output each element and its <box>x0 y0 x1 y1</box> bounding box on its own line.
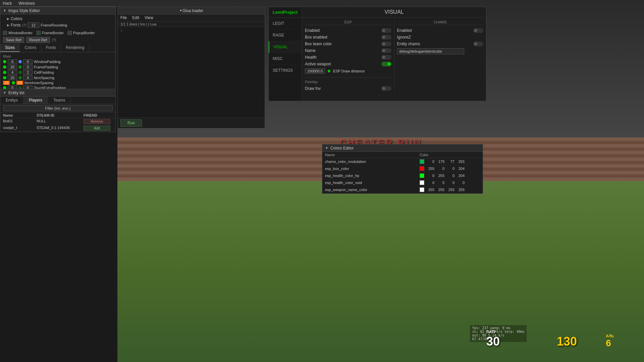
row2-add-button[interactable]: Add <box>84 126 110 131</box>
esp-enabled-label: Enabled <box>305 28 379 33</box>
colors-item[interactable]: Colors <box>11 16 22 21</box>
row1-remove-button[interactable]: Remove <box>84 119 110 124</box>
nav-misc[interactable]: MISC <box>269 53 302 65</box>
color-values-4: 0 0 0 0 <box>420 180 480 185</box>
esp-box-team-toggle[interactable] <box>381 42 391 46</box>
item-inner-x-highlight[interactable]: 10 <box>3 81 10 85</box>
filter-row: Filter (inc.-exc.) <box>0 104 115 113</box>
item-spacing-x[interactable] <box>8 75 17 80</box>
item-spacing-y[interactable] <box>23 75 33 80</box>
tab-entitys[interactable]: Entitys <box>0 97 23 104</box>
esp-health-row: Health <box>305 54 391 61</box>
color-name-2: esp_box_color <box>325 167 420 171</box>
glua-status-bar: 1/1 1 lines | Ins | | Lua <box>118 21 265 27</box>
run-button[interactable]: Run <box>120 119 142 127</box>
draw-fov-toggle[interactable] <box>381 86 391 91</box>
color-row-4: esp_health_color_void 0 0 0 0 <box>322 179 483 186</box>
main-section-label: Main <box>3 54 113 59</box>
esp-name-toggle[interactable] <box>381 48 391 53</box>
color-swatch-4[interactable] <box>420 180 424 185</box>
item-spacing-label: ItemSpacing <box>34 76 113 80</box>
imgui-arrow-icon[interactable]: ▼ <box>3 9 6 12</box>
color-swatch-2[interactable] <box>420 166 424 171</box>
nav-settings[interactable]: SETTINGS <box>269 65 302 76</box>
hp-hud: ПАТР 30 <box>486 330 500 349</box>
window-padding-y[interactable] <box>23 59 33 64</box>
glua-view-menu[interactable]: View <box>145 15 153 20</box>
save-ref-button[interactable]: Save Ref <box>3 37 24 43</box>
glua-arrow-icon[interactable]: ▼ <box>179 9 182 12</box>
entity-table-header: Name STEAM-ID FRIEND <box>0 113 115 118</box>
sizes-tabs: Sizes Colors Fonts Rendering <box>0 44 115 52</box>
frame-padding-y[interactable] <box>23 65 33 69</box>
window-border-checkbox[interactable] <box>3 31 7 35</box>
chams-entity-toggle[interactable] <box>473 42 483 46</box>
esp-enabled-toggle[interactable] <box>381 28 391 33</box>
cell-padding-label: CellPadding <box>34 70 113 74</box>
tab-teams[interactable]: Teams <box>48 97 71 104</box>
glua-file-menu[interactable]: File <box>120 15 127 20</box>
tab-rendering[interactable]: Rendering <box>61 44 89 52</box>
esp-distance-row: 100000.0 ESP Draw distance <box>305 67 391 75</box>
tab-sizes[interactable]: Sizes <box>0 44 20 52</box>
glua-editor[interactable]: 1 <box>118 27 265 118</box>
colors-row: ▶ Colors <box>7 16 113 22</box>
frame-border-checkbox[interactable] <box>37 31 41 35</box>
visual-title: VISUAL <box>302 7 486 17</box>
nav-legit[interactable]: LEGIT <box>269 18 302 29</box>
menu-hack[interactable]: Hack <box>3 1 12 6</box>
fonts-arrow-icon: ▶ <box>7 23 9 27</box>
dot-green-3b <box>18 71 22 74</box>
revert-ref-button[interactable]: Revert Ref <box>26 37 50 43</box>
color-row-1: chams_color_modulation 0 179 77 255 <box>322 158 483 165</box>
glua-run-row: Run <box>118 118 265 128</box>
glua-edit-menu[interactable]: Edit <box>132 15 139 20</box>
esp-weapon-toggle[interactable] <box>381 62 391 66</box>
item-inner-y-highlight[interactable]: 10 <box>16 81 23 85</box>
filter-button[interactable]: Filter (inc.-exc.) <box>3 105 113 111</box>
color-swatch-3[interactable] <box>420 173 424 178</box>
esp-box-enabled-toggle[interactable] <box>381 35 391 40</box>
chams-enabled-row: Enabled <box>397 27 484 34</box>
dot-green-1 <box>3 60 6 63</box>
popup-border-checkbox[interactable] <box>68 31 72 35</box>
color-values-3: 0 255 0 204 <box>420 173 480 178</box>
entity-tabs: Entitys Players Teams <box>0 97 115 104</box>
chams-column: CHAMS Enabled IgnoreZ Entity chams <box>394 20 484 92</box>
chams-material-input[interactable] <box>397 48 464 54</box>
popup-border-cb[interactable]: PopupBorder <box>68 31 95 35</box>
window-border-cb[interactable]: WindowBorder <box>3 31 33 35</box>
nav-visual[interactable]: VISUAL <box>269 41 302 53</box>
colors-title-bar: ▼ Colors Editor <box>322 144 483 152</box>
entity-arrow-icon[interactable]: ▼ <box>3 91 6 95</box>
frame-rounding-label: FrameRounding <box>41 23 67 27</box>
color-swatch-5[interactable] <box>420 187 424 192</box>
menu-windows[interactable]: Windows <box>18 1 35 6</box>
frame-border-cb[interactable]: FrameBorder <box>37 31 64 35</box>
cell-padding-y[interactable] <box>23 70 33 75</box>
chams-ignorez-row: IgnoreZ <box>397 34 484 41</box>
fonts-item[interactable]: Fonts <box>11 23 21 27</box>
chams-enabled-label: Enabled <box>397 28 471 33</box>
col-friend: FRIEND <box>84 113 110 117</box>
frame-padding-x[interactable] <box>8 65 17 69</box>
tab-players[interactable]: Players <box>23 97 48 104</box>
esp-box-team-row: Box team color <box>305 41 391 47</box>
tab-fonts[interactable]: Fonts <box>41 44 61 52</box>
tab-colors[interactable]: Colors <box>20 44 41 52</box>
brand-label: LemiProject <box>269 7 302 18</box>
cell-padding-x[interactable] <box>8 70 17 75</box>
esp-health-toggle[interactable] <box>381 55 391 60</box>
color-row-5: esp_weapon_name_color 255 255 255 255 <box>322 186 483 193</box>
action-row: Save Ref Revert Ref (?) <box>0 36 115 44</box>
fonts-row: ▶ Fonts (?) FrameRounding <box>7 22 113 28</box>
color-swatch-1[interactable] <box>420 159 424 164</box>
colors-arrow-icon[interactable]: ▼ <box>325 146 328 150</box>
esp-name-label: Name <box>305 48 379 53</box>
nav-rage[interactable]: RAGE <box>269 29 302 41</box>
frame-rounding-input[interactable] <box>28 22 39 28</box>
color-values-2: 255 0 0 204 <box>420 166 480 171</box>
chams-enabled-toggle[interactable] <box>473 28 483 33</box>
window-padding-x[interactable] <box>8 59 17 64</box>
menu-bar: Hack Windows <box>0 0 117 7</box>
